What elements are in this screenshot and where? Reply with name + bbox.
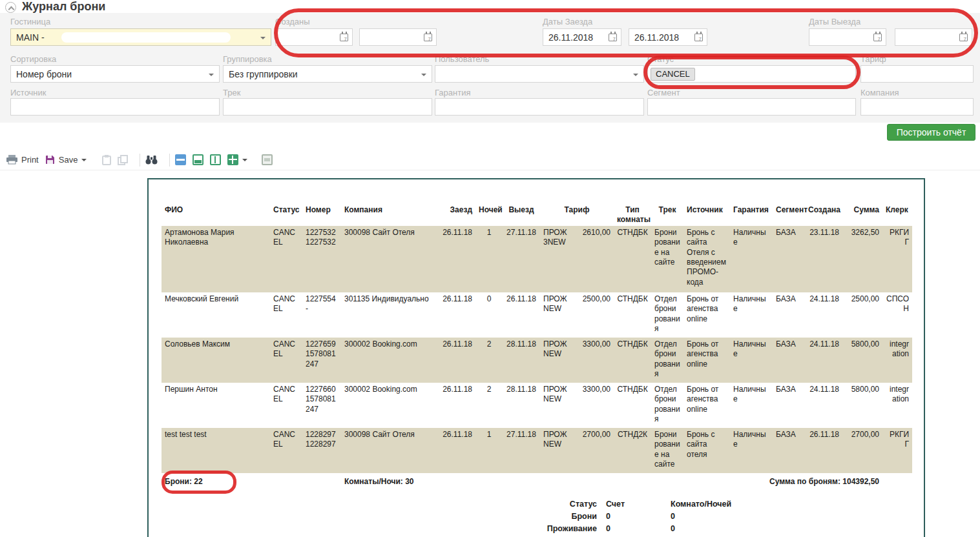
track-input[interactable] — [223, 98, 432, 116]
hotel-select[interactable]: MAIN - — [10, 28, 271, 46]
column-header: Создана — [805, 204, 842, 226]
status-tag[interactable]: CANCEL — [651, 68, 695, 81]
chevron-down-icon — [421, 74, 426, 79]
table-row: Першин АнтонCANCEL1227660 15780812473000… — [162, 383, 912, 428]
company-input[interactable] — [860, 98, 974, 116]
app-header: Журнал брони — [0, 0, 980, 14]
hotel-label: Гостиница — [10, 17, 50, 26]
created-from-field[interactable] — [275, 28, 353, 46]
created-label: Созданы — [275, 17, 310, 26]
table-cell: Першин Антон — [162, 383, 270, 428]
layout-double-button[interactable] — [210, 154, 221, 165]
table-cell: 2500,00 — [842, 292, 882, 338]
table-cell: 300098 Сайт Отеля — [341, 226, 437, 292]
paste-button — [102, 155, 111, 165]
table-cell: Наличные — [730, 428, 773, 473]
table-cell: Отдел бронирования — [651, 338, 683, 383]
calendar-icon[interactable] — [340, 34, 348, 41]
table-cell: 0 — [475, 292, 503, 338]
segment-input[interactable] — [647, 98, 856, 116]
table-cell: 26.11.18 — [437, 226, 475, 292]
track-label: Трек — [223, 88, 240, 97]
status-summary-cell: 0 — [597, 524, 662, 533]
table-cell: 28.11.18 — [503, 338, 540, 383]
layout-single-button[interactable] — [193, 154, 203, 165]
table-cell: 2 — [475, 338, 503, 383]
departure-from-field[interactable] — [809, 28, 886, 46]
table-cell: 2500,00 — [572, 292, 614, 338]
table-row: Артамонова Мария НиколаевнаCANCEL1227532… — [162, 226, 912, 292]
created-to-field[interactable] — [359, 28, 437, 46]
column-header: Компания — [341, 204, 437, 226]
table-cell: 23.11.18 — [805, 226, 842, 292]
column-header: Сегмент — [773, 204, 805, 226]
redaction-blob — [61, 32, 231, 43]
hotel-value: MAIN - — [16, 32, 45, 43]
page-title: Журнал брони — [22, 0, 105, 14]
table-cell: СТНДБК — [614, 226, 651, 292]
arrival-to-field[interactable] — [629, 28, 707, 46]
table-cell: Бронь с сайта Отеля с введением ПРОМО-ко… — [683, 226, 730, 292]
grouping-select[interactable]: Без группировки — [223, 65, 432, 83]
build-report-button[interactable]: Построить отчёт — [887, 124, 975, 141]
collapse-panel-icon[interactable] — [5, 2, 16, 13]
column-header: Тариф — [540, 204, 614, 226]
calendar-icon[interactable] — [694, 34, 703, 41]
table-cell: integration — [882, 383, 912, 428]
table-cell: СПСОН — [882, 292, 912, 338]
tariff-label: Тариф — [860, 54, 886, 64]
arrival-from-field[interactable] — [543, 28, 621, 46]
source-input[interactable] — [10, 98, 220, 116]
tariff-input[interactable] — [860, 65, 974, 83]
table-cell: ПРОЖNEW — [540, 383, 572, 428]
departure-dates-label: Даты Выезда — [809, 17, 860, 26]
table-cell: Мечковский Евгений — [162, 292, 270, 338]
calendar-icon[interactable] — [873, 34, 882, 41]
table-cell: РКГИГ — [882, 428, 912, 473]
status-summary-cell: 0 — [597, 512, 662, 521]
report-table-head-row: ФИОСтатусНомерКомпанияЗаездНочейВыездТар… — [162, 204, 912, 226]
table-cell: 2 — [475, 383, 503, 428]
departure-to-field[interactable] — [895, 28, 972, 46]
grid-icon — [227, 154, 238, 165]
print-button[interactable]: Print — [6, 155, 39, 165]
table-cell: БАЗА — [773, 292, 805, 338]
table-cell: 5800,00 — [842, 383, 882, 428]
table-cell: СТНДБК — [614, 292, 651, 338]
table-cell: 1228297 1228297 — [302, 428, 341, 473]
table-cell: 1227554 - — [302, 292, 341, 338]
table-cell: БАЗА — [773, 226, 805, 292]
table-cell: CANCEL — [270, 292, 302, 338]
status-summary-header-row: СтатусСчетКомнато/Ночей — [525, 500, 758, 509]
grouping-label: Группировка — [223, 54, 272, 64]
status-summary-row: Брони00 — [525, 512, 758, 521]
table-cell: СТНДБК — [614, 383, 651, 428]
panel-green-icon — [193, 154, 203, 165]
table-cell: Артамонова Мария Николаевна — [162, 226, 270, 292]
guarantee-input[interactable] — [435, 98, 644, 116]
table-cell: Отдел бронирования — [651, 292, 683, 338]
status-summary-table: СтатусСчетКомнато/НочейБрони00Проживание… — [525, 496, 758, 536]
search-button[interactable] — [145, 155, 158, 165]
calendar-icon[interactable] — [609, 34, 617, 41]
layout-compact-button[interactable] — [175, 154, 186, 165]
layout-grid-button[interactable] — [227, 154, 247, 165]
calendar-icon[interactable] — [424, 34, 432, 41]
table-cell: 300002 Booking.com — [341, 338, 437, 383]
table-cell: Бронь от агенства online — [683, 383, 730, 428]
status-summary-header: Комнато/Ночей — [662, 500, 758, 509]
table-cell: Бронь от агенства online — [683, 292, 730, 338]
save-button[interactable]: Save — [45, 155, 87, 165]
table-cell: Наличные — [730, 292, 773, 338]
table-cell: CANCEL — [270, 428, 302, 473]
layout-wide-button[interactable] — [262, 154, 273, 165]
calendar-icon[interactable] — [959, 34, 968, 41]
report-toolbar: Print Save — [0, 150, 980, 170]
sort-select[interactable]: Номер брони — [10, 65, 220, 83]
column-header: Гарантия — [730, 204, 773, 226]
status-tagbox[interactable]: CANCEL — [647, 65, 856, 83]
totals-cell — [882, 473, 912, 490]
column-header: Заезд — [437, 204, 475, 226]
table-cell: 300002 Booking.com — [341, 383, 437, 428]
user-select[interactable] — [435, 65, 644, 83]
